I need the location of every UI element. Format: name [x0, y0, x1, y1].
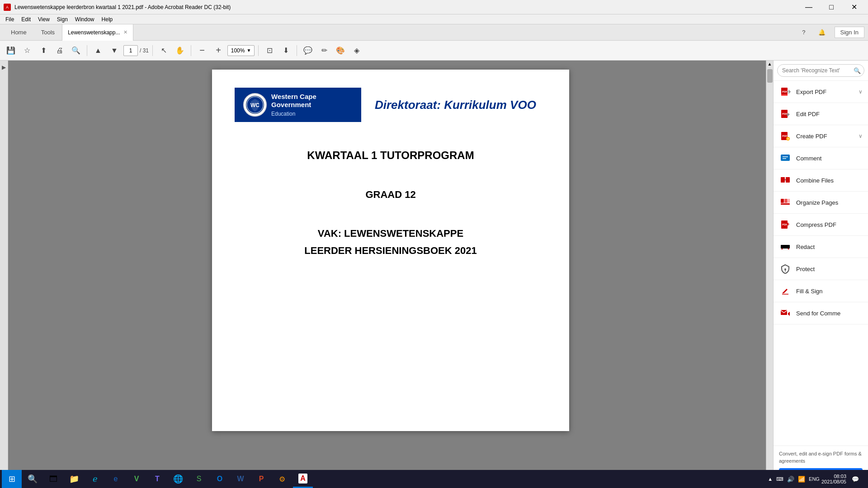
taskbar-clock[interactable]: 08:03 2021/08/05	[821, 474, 846, 484]
fit-page-button[interactable]: ⊡	[262, 43, 277, 58]
compress-pdf-label: Compress PDF	[796, 221, 863, 228]
svg-text:PDF: PDF	[782, 223, 788, 226]
color-button[interactable]: 🎨	[333, 43, 348, 58]
notifications-button[interactable]: 🔔	[815, 27, 829, 38]
protect-item[interactable]: Protect	[774, 258, 868, 280]
taskbar-app14[interactable]: ⚙	[272, 470, 292, 488]
comment-label: Comment	[796, 155, 863, 162]
edit-pdf-item[interactable]: PDF Edit PDF	[774, 103, 868, 125]
svg-rect-22	[781, 245, 790, 249]
tab-document[interactable]: Lewenswetenskapp... ✕	[62, 24, 133, 41]
taskbar-search-button[interactable]: 🔍	[23, 470, 42, 488]
menu-window[interactable]: Window	[71, 14, 98, 24]
taskbar-word[interactable]: W	[231, 470, 250, 488]
stamp-button[interactable]: ◈	[349, 43, 364, 58]
upload-button[interactable]: ⬆	[36, 43, 51, 58]
create-pdf-icon: PDF+	[779, 130, 792, 142]
tray-volume-icon[interactable]: 🔊	[787, 476, 794, 483]
organize-pages-item[interactable]: Organize Pages	[774, 192, 868, 214]
minimize-button[interactable]: —	[798, 0, 819, 14]
export-pdf-expand-icon: ∨	[859, 89, 863, 95]
maximize-button[interactable]: □	[821, 0, 842, 14]
expand-left-panel-button[interactable]: ▶	[2, 64, 6, 70]
prev-page-button[interactable]: ▲	[91, 43, 105, 58]
menu-file[interactable]: File	[2, 14, 18, 24]
zoom-out-button[interactable]: −	[195, 43, 209, 58]
search-button[interactable]: 🔍	[69, 43, 83, 58]
menu-help[interactable]: Help	[98, 14, 117, 24]
lang-indicator[interactable]: ENG	[809, 476, 820, 482]
taskbar-edge[interactable]: ℯ	[85, 470, 105, 488]
taskbar-system-tray: ▲ ⌨ 🔊 📶 ENG 08:03 2021/08/05 💬	[768, 470, 866, 488]
compress-pdf-item[interactable]: PDF Compress PDF	[774, 214, 868, 236]
vertical-scrollbar[interactable]: ▲ ▼	[766, 61, 773, 488]
hand-tool-button[interactable]: ✋	[173, 43, 187, 58]
tab-home[interactable]: Home	[4, 24, 34, 41]
comment-button[interactable]: 💬	[301, 43, 315, 58]
combine-files-item[interactable]: Combine Files	[774, 169, 868, 192]
taskbar-acrobat[interactable]: A	[293, 470, 313, 488]
redact-item[interactable]: Redact	[774, 236, 868, 258]
taskbar-ie[interactable]: e	[106, 470, 126, 488]
recognize-text-search[interactable]	[777, 64, 864, 77]
protect-icon	[779, 263, 792, 275]
taskbar-file-explorer[interactable]: 📁	[64, 470, 84, 488]
scroll-thumb[interactable]	[767, 69, 773, 83]
zoom-level-display[interactable]: 100% ▼	[227, 45, 255, 56]
scroll-up-button[interactable]: ▲	[767, 61, 773, 67]
export-pdf-item[interactable]: PDF Export PDF ∨	[774, 81, 868, 103]
edit-pdf-icon: PDF	[779, 108, 792, 120]
taskbar-teams[interactable]: T	[147, 470, 167, 488]
taskbar-veoh[interactable]: V	[127, 470, 146, 488]
svg-text:PDF: PDF	[782, 90, 788, 93]
zoom-group: 100% ▼	[227, 45, 255, 56]
send-comment-item[interactable]: Send for Comme	[774, 302, 868, 324]
tab-close-icon[interactable]: ✕	[123, 29, 127, 35]
help-button[interactable]: ?	[798, 27, 809, 38]
taskbar-task-view[interactable]: 🗖	[43, 470, 63, 488]
taskbar-outlook[interactable]: O	[210, 470, 230, 488]
taskbar-app10[interactable]: S	[189, 470, 209, 488]
teams-icon: T	[155, 475, 160, 483]
app10-icon: S	[197, 475, 202, 483]
sign-in-button[interactable]: Sign In	[835, 27, 864, 38]
task-view-icon: 🗖	[49, 474, 57, 484]
taskbar-chrome[interactable]: 🌐	[168, 470, 188, 488]
combine-files-label: Combine Files	[796, 177, 863, 184]
windows-icon: ⊞	[9, 474, 15, 484]
menu-sign[interactable]: Sign	[53, 14, 71, 24]
tab-tools[interactable]: Tools	[34, 24, 62, 41]
total-pages: / 31	[140, 47, 149, 54]
close-button[interactable]: ✕	[844, 0, 864, 14]
current-page-input[interactable]	[123, 45, 138, 56]
main-layout: ▶ ▲ ▼ WC	[0, 61, 868, 488]
pdf-subject: VAK: LEWENSWETENSKAPPE	[235, 228, 547, 239]
zoom-in-button[interactable]: +	[211, 43, 226, 58]
taskbar: ⊞ 🔍 🗖 📁 ℯ e V T 🌐 S O W P ⚙ A ▲	[0, 470, 868, 488]
acrobat-icon: A	[298, 474, 307, 483]
comment-item[interactable]: Comment	[774, 147, 868, 169]
print-button[interactable]: 🖨	[52, 43, 67, 58]
menu-edit[interactable]: Edit	[18, 14, 34, 24]
start-button[interactable]: ⊞	[2, 470, 22, 488]
taskbar-ppt[interactable]: P	[251, 470, 271, 488]
next-page-button[interactable]: ▼	[107, 43, 122, 58]
highlight-button[interactable]: ✏	[317, 43, 331, 58]
bookmark-button[interactable]: ☆	[20, 43, 34, 58]
org-name-line1: Western Cape	[271, 93, 316, 101]
wcg-emblem-icon: WC	[243, 93, 267, 117]
menu-view[interactable]: View	[34, 14, 53, 24]
search-icon: 🔍	[28, 474, 38, 484]
fill-sign-item[interactable]: Fill & Sign	[774, 280, 868, 302]
tray-network-icon[interactable]: 📶	[798, 476, 805, 483]
save-button[interactable]: 💾	[4, 43, 18, 58]
window-title: Lewenswetenskappe leerderbron kwartaal 1…	[14, 4, 231, 10]
notification-center-button[interactable]: 💬	[848, 470, 863, 488]
create-pdf-item[interactable]: PDF+ Create PDF ∨	[774, 125, 868, 147]
clock-date: 2021/08/05	[821, 479, 846, 484]
word-icon: W	[237, 475, 244, 483]
download-button[interactable]: ⬇	[278, 43, 293, 58]
cursor-tool-button[interactable]: ↖	[156, 43, 171, 58]
tray-chevron-icon[interactable]: ▲	[768, 476, 773, 482]
right-panel-tools-list: PDF Export PDF ∨ PDF Edit PDF PDF+ Creat…	[774, 81, 868, 446]
